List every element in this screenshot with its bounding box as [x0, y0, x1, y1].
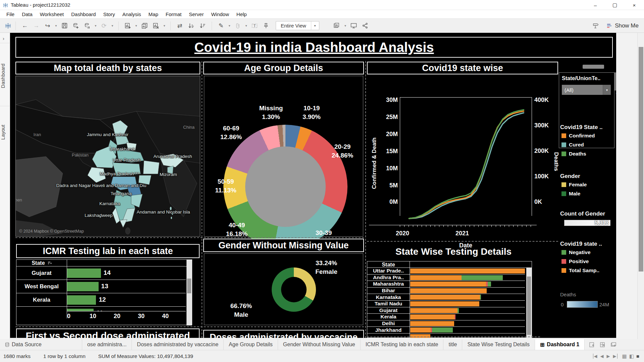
menu-item-format[interactable]: Format — [162, 11, 185, 18]
first-sheet-icon[interactable]: ◀ — [593, 354, 597, 359]
filter-card-handle[interactable] — [583, 65, 604, 69]
series-cured[interactable] — [409, 113, 524, 219]
table-row[interactable]: Kerala — [367, 314, 525, 320]
undo-button[interactable]: ← — [20, 21, 30, 31]
table-row[interactable] — [367, 334, 525, 338]
maximize-button[interactable]: ▢ — [605, 0, 625, 10]
testing-bar-segment[interactable] — [410, 288, 487, 293]
format-paperclip-button[interactable] — [233, 21, 243, 31]
legend-gender-item[interactable]: Female — [561, 182, 587, 188]
duplicate-sheet-button[interactable] — [140, 21, 150, 31]
split-view-icon[interactable]: ◧ — [629, 353, 634, 359]
legend-covid-state-item[interactable]: Deaths — [561, 151, 586, 157]
menu-item-data[interactable]: Data — [18, 11, 36, 18]
legend-covid-testing-item[interactable]: Total Samp.. — [561, 267, 599, 274]
table-row[interactable]: Haryana11 — [16, 307, 186, 311]
new-datasource-button[interactable] — [71, 21, 81, 31]
testing-bar-segment[interactable] — [454, 314, 456, 319]
refresh-caret-icon[interactable]: ▾ — [110, 24, 114, 27]
save-button[interactable] — [59, 21, 69, 31]
legend-covid-testing-item[interactable]: Positive — [561, 258, 589, 264]
table-row[interactable]: Tamil Nadu — [367, 301, 525, 307]
prev-sheet-icon[interactable]: ◀ — [600, 354, 604, 359]
table-row[interactable]: West Bengal13 — [16, 280, 186, 293]
signpost-icon[interactable] — [591, 21, 601, 31]
menu-item-window[interactable]: Window — [207, 11, 232, 18]
tab-title[interactable]: title — [443, 339, 462, 350]
rail-tab-layout[interactable]: Layout — [0, 112, 10, 152]
sort-descending-button[interactable] — [198, 21, 208, 31]
refresh-button[interactable]: ⟳ — [99, 21, 109, 31]
redo-button[interactable]: → — [31, 21, 41, 31]
table-row[interactable]: Delhi — [367, 320, 525, 327]
full-view-icon[interactable]: ■ — [636, 353, 639, 359]
testing-bar-segment[interactable] — [410, 327, 431, 333]
table-row[interactable]: Gujarat14 — [16, 266, 186, 280]
tab-state-wise-testing-details[interactable]: State Wise Testing Details — [462, 339, 535, 350]
menu-item-dashboard[interactable]: Dashboard — [67, 11, 99, 18]
table-row[interactable]: Maharashtra — [367, 281, 525, 288]
testing-bar-segment[interactable] — [410, 301, 479, 306]
table-row[interactable]: Jharkhand — [367, 327, 525, 334]
story-caret-icon[interactable]: ▾ — [343, 24, 347, 27]
fit-dropdown[interactable]: Entire View ▾ — [276, 21, 319, 30]
new-worksheet-caret-icon[interactable]: ▾ — [134, 24, 138, 27]
share-button[interactable] — [360, 21, 370, 31]
rail-tab-dashboard[interactable]: Dashboard — [0, 49, 10, 103]
menu-item-file[interactable]: File — [3, 11, 18, 18]
testing-col-header[interactable]: State — [367, 261, 410, 268]
testing-bar-segment[interactable] — [432, 327, 453, 333]
testing-bar-segment[interactable] — [410, 268, 525, 274]
table-row[interactable]: Karnataka — [367, 294, 525, 301]
testing-bar-segment[interactable] — [458, 308, 459, 313]
menu-item-analysis[interactable]: Analysis — [119, 11, 145, 18]
text-annotation-button[interactable]: T — [250, 21, 260, 31]
testing-scrollbar-thumb[interactable] — [527, 277, 531, 335]
tab-icmr-testing-lab-in-each-state[interactable]: ICMR Testing lab in each state — [361, 339, 444, 350]
testing-bar-segment[interactable] — [410, 321, 454, 326]
deaths-gradient-bar[interactable] — [567, 301, 598, 308]
menu-item-map[interactable]: Map — [145, 11, 162, 18]
replay-caret-icon[interactable]: ▾ — [54, 24, 58, 27]
map-view[interactable]: IranPakistanChinanenJammu and KashmirUtt… — [15, 76, 200, 237]
fix-axes-pin-button[interactable] — [261, 21, 271, 31]
highlight-caret-icon[interactable]: ▾ — [227, 24, 231, 27]
new-story-tab-button[interactable] — [609, 341, 618, 349]
presentation-mode-button[interactable] — [349, 21, 359, 31]
testing-scrollbar[interactable] — [526, 268, 532, 338]
icmr-bar[interactable] — [67, 282, 99, 291]
testing-bar-segment[interactable] — [410, 308, 458, 313]
menu-item-story[interactable]: Story — [100, 11, 119, 18]
grid-view-icon[interactable]: ▦ — [622, 353, 627, 359]
filter-dropdown-caret-icon[interactable]: ▾ — [603, 85, 611, 95]
covid-trend-lines[interactable] — [400, 107, 532, 225]
story-points-button[interactable] — [332, 21, 342, 31]
legend-covid-state-item[interactable]: Cured — [561, 142, 584, 148]
tab-doses-administrated-by-vaccacine[interactable]: Doses administrated by vaccacine — [132, 339, 224, 350]
menu-item-help[interactable]: Help — [233, 11, 251, 18]
table-row[interactable]: Uttar Prade.. — [367, 268, 525, 275]
new-dashboard-tab-button[interactable] — [598, 341, 607, 349]
new-worksheet-tab-button[interactable] — [587, 341, 596, 349]
series-confirmed[interactable] — [409, 111, 524, 219]
testing-bar-segment[interactable] — [462, 275, 503, 280]
testing-bar-segment[interactable] — [410, 314, 454, 319]
legend-covid-state-item[interactable]: Confirmed — [561, 133, 595, 139]
icmr-bar[interactable] — [67, 295, 96, 305]
sort-ascending-button[interactable] — [186, 21, 196, 31]
vertical-scrollbar[interactable] — [637, 33, 644, 339]
legend-gender-item[interactable]: Male — [561, 191, 580, 197]
state-filter-dropdown[interactable]: (All) ▾ — [562, 85, 611, 95]
icmr-bar[interactable] — [67, 309, 94, 311]
tab-dashboard-1[interactable]: ⊞Dashboard 1 — [535, 339, 585, 350]
close-button[interactable]: × — [625, 0, 644, 10]
tab-gender-without-missing-value[interactable]: Gender Without Missing Value — [278, 339, 361, 350]
next-sheet-icon[interactable]: ▶ — [607, 354, 610, 359]
table-row[interactable]: Kerala12 — [16, 293, 186, 307]
sort-filter-icon[interactable] — [48, 261, 52, 265]
table-row[interactable]: Gujarat — [367, 307, 525, 314]
fit-dropdown-caret-icon[interactable]: ▾ — [311, 21, 319, 30]
last-sheet-icon[interactable]: ▶ — [613, 354, 618, 359]
tab-age-group-details[interactable]: Age Group Details — [224, 339, 278, 350]
table-row[interactable]: Andhra Pra.. — [367, 275, 525, 281]
